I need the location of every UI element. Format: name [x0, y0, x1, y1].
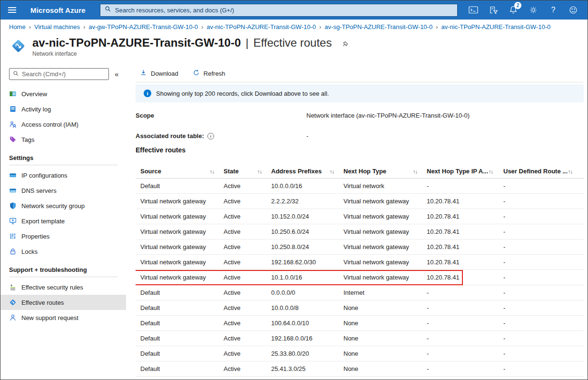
collapse-sidebar-icon[interactable]: «	[115, 70, 118, 78]
sidebar-item-label: Effective routes	[21, 299, 64, 306]
sidebar-item-effective-security-rules[interactable]: Effective security rules	[0, 280, 126, 295]
table-cell: 10.20.78.41	[427, 274, 503, 281]
sidebar-item-access-control-iam[interactable]: Access control (IAM)	[0, 117, 126, 132]
route-table-value: -	[306, 132, 308, 140]
table-cell: Active	[224, 320, 271, 327]
topbar: Microsoft Azure 2 ?	[0, 0, 588, 20]
info-circle-icon[interactable]: i	[207, 133, 214, 140]
table-cell: Virtual network gateway	[343, 198, 427, 205]
tags-icon	[9, 136, 17, 143]
topbar-icons: 2 ?	[466, 2, 588, 18]
sidebar-item-export-template[interactable]: Export template	[0, 213, 126, 229]
global-search[interactable]	[100, 4, 458, 17]
sidebar-search-input[interactable]	[22, 70, 105, 78]
table-row[interactable]: DefaultActive25.41.3.0/25None--	[136, 361, 584, 377]
breadcrumb-separator: ›	[201, 23, 203, 30]
refresh-button[interactable]: Refresh	[193, 69, 225, 78]
table-row[interactable]: DefaultActive100.64.0.0/10None--	[136, 316, 584, 331]
column-header-user-defined-route[interactable]: User Defined Route ...↑↓	[503, 168, 584, 175]
table-cell: None	[343, 335, 427, 342]
table-cell: Virtual network gateway	[136, 243, 224, 250]
sidebar-item-effective-routes[interactable]: Effective routes	[0, 295, 126, 310]
table-row[interactable]: Virtual network gatewayActive10.152.0.0/…	[136, 209, 584, 224]
table-cell: -	[427, 365, 503, 372]
table-cell: Active	[224, 350, 271, 357]
table-row[interactable]: DefaultActive0.0.0.0/0Internet--	[136, 285, 584, 300]
table-row[interactable]: DefaultActive10.0.0.0/8None--	[136, 300, 584, 316]
activity-log-icon	[9, 105, 17, 113]
sidebar-item-label: Properties	[21, 233, 49, 240]
table-cell: 192.168.0.0/16	[271, 335, 343, 342]
column-header-label: Next Hop Type IP A...	[427, 168, 488, 175]
breadcrumb-item-virtual-machines[interactable]: Virtual machines	[34, 23, 80, 30]
breadcrumb-separator: ›	[29, 23, 31, 30]
column-header-label: User Defined Route ...	[503, 168, 568, 175]
help-icon[interactable]: ?	[546, 2, 561, 18]
download-button[interactable]: Download	[140, 69, 178, 78]
sidebar-item-label: Effective security rules	[21, 284, 83, 291]
sidebar-item-overview[interactable]: Overview	[0, 86, 126, 101]
sidebar-divider	[9, 165, 118, 165]
table-row[interactable]: Virtual network gatewayActive10.250.6.0/…	[136, 224, 584, 240]
azure-brand[interactable]: Microsoft Azure	[30, 6, 86, 14]
table-cell: Virtual network gateway	[136, 228, 224, 235]
breadcrumb-item-home[interactable]: Home	[9, 23, 26, 30]
column-header-state[interactable]: State↑↓	[224, 168, 271, 175]
table-cell: Active	[224, 335, 271, 342]
sidebar-item-properties[interactable]: Properties	[0, 229, 126, 244]
dns-servers-icon: www	[9, 187, 17, 194]
notifications-bell-icon[interactable]: 2	[506, 2, 521, 18]
table-cell: Active	[224, 274, 271, 281]
sidebar-item-ip-configurations[interactable]: IP configurations	[0, 168, 126, 183]
table-cell: 10.20.78.41	[427, 198, 503, 205]
table-cell: -	[503, 274, 584, 281]
column-header-next-hop-type[interactable]: Next Hop Type↑↓	[343, 168, 427, 175]
sidebar-item-tags[interactable]: Tags	[0, 132, 126, 147]
table-cell: -	[503, 228, 584, 235]
breadcrumb-item-av-nic-tpopn-azure-transit-gw-10-0[interactable]: av-nic-TPoPN-AZURE-Transit-GW-10-0	[206, 23, 316, 30]
table-row[interactable]: Virtual network gatewayActive10.250.8.0/…	[136, 240, 584, 255]
directory-filter-icon[interactable]	[486, 2, 501, 18]
cloud-shell-icon[interactable]	[466, 2, 481, 18]
table-cell: Virtual network gateway	[343, 213, 427, 220]
feedback-smiley-icon[interactable]	[566, 2, 581, 18]
table-cell: 2.2.2.2/32	[271, 198, 343, 205]
column-header-next-hop-type-ip-a[interactable]: Next Hop Type IP A...↑↓	[427, 168, 503, 175]
table-cell: Active	[224, 289, 271, 296]
table-cell: 10.20.78.41	[427, 259, 503, 266]
table-cell: 25.41.3.0/25	[271, 365, 343, 372]
sidebar-item-locks[interactable]: Locks	[0, 244, 126, 259]
table-row[interactable]: Virtual network gatewayActive2.2.2.2/32V…	[136, 194, 584, 209]
sidebar-search[interactable]	[9, 68, 109, 80]
sidebar-item-activity-log[interactable]: Activity log	[0, 101, 126, 117]
scope-value: Network interface (av-nic-TPoPN-AZURE-Tr…	[306, 112, 470, 119]
main-content: Download Refresh i Showing only top 200 …	[126, 65, 588, 380]
breadcrumb-item-av-nic-tpopn-azure-transit-gw-10-0[interactable]: av-nic-TPoPN-AZURE-Transit-GW-10-0	[441, 23, 551, 30]
table-cell: -	[503, 335, 584, 342]
table-cell: Active	[224, 228, 271, 235]
table-cell: Default	[136, 320, 224, 327]
column-header-address-prefixes[interactable]: Address Prefixes↑↓	[271, 168, 343, 175]
column-header-label: State	[224, 168, 239, 175]
breadcrumb-item-av-gw-tpopn-azure-transit-gw-10-0[interactable]: av-gw-TPoPN-AZURE-Transit-GW-10-0	[88, 23, 198, 30]
sidebar-item-label: Access control (IAM)	[21, 121, 78, 128]
column-header-source[interactable]: Source↑↓	[136, 168, 224, 175]
table-row[interactable]: Virtual network gatewayActive10.1.0.0/16…	[136, 270, 584, 285]
breadcrumb-item-av-sg-tpopn-azure-transit-gw-10-0[interactable]: av-sg-TPoPN-AZURE-Transit-GW-10-0	[324, 23, 432, 30]
sidebar-item-network-security-group[interactable]: Network security group	[0, 198, 126, 213]
download-icon	[140, 69, 147, 78]
table-cell: 100.64.0.0/10	[271, 320, 343, 327]
table-row[interactable]: DefaultActive25.33.80.0/20None--	[136, 346, 584, 361]
table-cell: Virtual network gateway	[343, 274, 427, 281]
global-search-input[interactable]	[115, 7, 453, 14]
table-row[interactable]: DefaultActive192.168.0.0/16None--	[136, 331, 584, 346]
hamburger-menu-icon[interactable]	[0, 0, 23, 20]
table-row[interactable]: Virtual network gatewayActive192.168.62.…	[136, 255, 584, 270]
effective-routes-heading: Effective routes	[136, 146, 584, 155]
settings-gear-icon[interactable]	[526, 2, 541, 18]
table-cell: -	[503, 350, 584, 357]
pin-icon[interactable]	[342, 36, 349, 50]
sidebar-item-dns-servers[interactable]: wwwDNS servers	[0, 183, 126, 198]
table-row[interactable]: DefaultActive10.0.0.0/16Virtual network-…	[136, 179, 584, 194]
sidebar-item-new-support-request[interactable]: New support request	[0, 310, 126, 325]
